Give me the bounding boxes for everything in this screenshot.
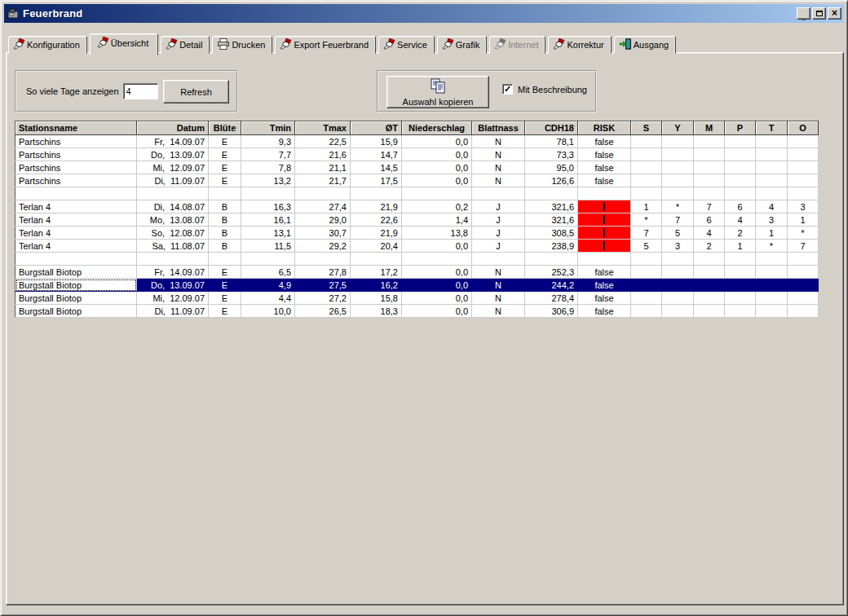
empty-cell[interactable] <box>209 253 241 266</box>
cell-cdh18[interactable]: 78,1 <box>525 135 578 148</box>
cell-t[interactable]: 1 <box>756 227 788 240</box>
cell-risk[interactable]: false <box>578 135 631 148</box>
cell-blatt[interactable]: N <box>472 174 525 187</box>
tab-ausgang[interactable]: Ausgang <box>614 36 676 54</box>
cell-station[interactable]: Burgstall Biotop <box>15 292 137 305</box>
cell-cdh18[interactable]: 321,6 <box>525 213 578 227</box>
cell-p[interactable] <box>725 161 756 174</box>
cell-tmin[interactable]: 9,3 <box>241 135 295 148</box>
tab-konfiguration[interactable]: Konfiguration <box>8 36 87 54</box>
cell-m[interactable] <box>694 279 725 292</box>
cell-bluete[interactable]: B <box>209 227 241 240</box>
empty-cell[interactable] <box>137 187 209 200</box>
empty-cell[interactable] <box>525 253 578 266</box>
cell-datum[interactable]: Di, 11.09.07 <box>137 174 209 187</box>
empty-cell[interactable] <box>631 187 662 200</box>
maximize-button[interactable] <box>812 7 826 20</box>
cell-bluete[interactable]: E <box>209 135 241 148</box>
tab-grafik[interactable]: Grafik <box>437 36 487 54</box>
cell-station[interactable]: Burgstall Biotop <box>15 305 137 318</box>
cell-tmin[interactable]: 16,1 <box>241 213 295 227</box>
cell-o[interactable] <box>788 148 819 161</box>
days-input[interactable] <box>123 83 158 99</box>
cell-m[interactable] <box>694 305 725 318</box>
minimize-button[interactable]: _ <box>797 7 810 20</box>
cell-tmax[interactable]: 26,5 <box>295 305 351 318</box>
tab-drucken[interactable]: Drucken <box>212 36 272 54</box>
cell-blatt[interactable]: N <box>472 266 525 279</box>
cell-y[interactable]: 3 <box>662 240 694 253</box>
cell-nied[interactable]: 0,0 <box>402 305 472 318</box>
cell-t[interactable] <box>756 174 788 187</box>
cell-m[interactable]: 7 <box>694 200 725 213</box>
cell-m[interactable]: 2 <box>694 240 725 253</box>
cell-oet[interactable]: 14,7 <box>351 148 402 161</box>
cell-cdh18[interactable]: 278,4 <box>525 292 578 305</box>
cell-o[interactable] <box>788 279 819 292</box>
cell-risk[interactable]: false <box>578 279 631 292</box>
risk-cell[interactable] <box>578 213 631 227</box>
empty-cell[interactable] <box>756 253 788 266</box>
cell-y[interactable]: 5 <box>662 227 694 240</box>
cell-t[interactable] <box>756 148 788 161</box>
cell-tmin[interactable]: 4,4 <box>241 292 295 305</box>
cell-blatt[interactable]: J <box>472 240 525 253</box>
cell-m[interactable]: 6 <box>694 213 725 227</box>
cell-cdh18[interactable]: 306,9 <box>525 305 578 318</box>
cell-blatt[interactable]: N <box>472 279 525 292</box>
cell-oet[interactable]: 20,4 <box>351 240 402 253</box>
cell-s[interactable] <box>631 279 662 292</box>
cell-oet[interactable]: 16,2 <box>351 279 402 292</box>
cell-m[interactable] <box>694 161 725 174</box>
empty-cell[interactable] <box>15 187 137 200</box>
empty-cell[interactable] <box>209 187 241 200</box>
cell-tmin[interactable]: 11,5 <box>241 240 295 253</box>
cell-s[interactable]: * <box>631 213 662 227</box>
cell-datum[interactable]: Sa, 11.08.07 <box>137 240 209 253</box>
cell-oet[interactable]: 22,6 <box>351 213 402 227</box>
cell-s[interactable] <box>631 161 662 174</box>
cell-tmax[interactable]: 21,7 <box>295 174 351 187</box>
cell-risk[interactable]: false <box>578 161 631 174</box>
cell-t[interactable] <box>756 266 788 279</box>
cell-datum[interactable]: Di, 11.09.07 <box>137 305 209 318</box>
cell-tmin[interactable]: 4,9 <box>241 279 295 292</box>
empty-cell[interactable] <box>631 253 662 266</box>
cell-s[interactable] <box>631 135 662 148</box>
empty-cell[interactable] <box>15 253 137 266</box>
cell-o[interactable]: 7 <box>788 240 819 253</box>
cell-oet[interactable]: 18,3 <box>351 305 402 318</box>
cell-m[interactable] <box>694 148 725 161</box>
empty-cell[interactable] <box>788 187 819 200</box>
cell-tmin[interactable]: 16,3 <box>241 200 295 213</box>
cell-bluete[interactable]: E <box>209 174 241 187</box>
cell-cdh18[interactable]: 73,3 <box>525 148 578 161</box>
cell-nied[interactable]: 0,2 <box>402 200 472 213</box>
cell-datum[interactable]: Mi, 12.09.07 <box>137 161 209 174</box>
cell-cdh18[interactable]: 252,3 <box>525 266 578 279</box>
cell-o[interactable] <box>788 305 819 318</box>
tab-korrektur[interactable]: Korrektur <box>548 36 611 54</box>
cell-y[interactable] <box>662 135 694 148</box>
cell-tmin[interactable]: 13,2 <box>241 174 295 187</box>
refresh-button[interactable]: Refresh <box>163 80 229 103</box>
risk-cell[interactable] <box>578 227 631 240</box>
cell-station[interactable]: Partschins <box>15 174 137 187</box>
cell-tmax[interactable]: 27,4 <box>295 200 351 213</box>
cell-p[interactable]: 1 <box>725 240 756 253</box>
cell-cdh18[interactable]: 321,6 <box>525 200 578 213</box>
cell-nied[interactable]: 1,4 <box>402 213 472 227</box>
tab-uebersicht[interactable]: Übersicht <box>90 33 158 55</box>
tab-internet[interactable]: Internet <box>489 36 545 54</box>
cell-station[interactable]: Partschins <box>15 148 137 161</box>
cell-cdh18[interactable]: 308,5 <box>525 227 578 240</box>
cell-s[interactable] <box>631 174 662 187</box>
cell-nied[interactable]: 0,0 <box>402 135 472 148</box>
cell-s[interactable]: 1 <box>631 200 662 213</box>
cell-bluete[interactable]: B <box>209 200 241 213</box>
cell-t[interactable]: 3 <box>756 213 788 227</box>
cell-tmax[interactable]: 29,2 <box>295 240 351 253</box>
cell-oet[interactable]: 21,9 <box>351 200 402 213</box>
cell-m[interactable] <box>694 266 725 279</box>
cell-s[interactable] <box>631 292 662 305</box>
